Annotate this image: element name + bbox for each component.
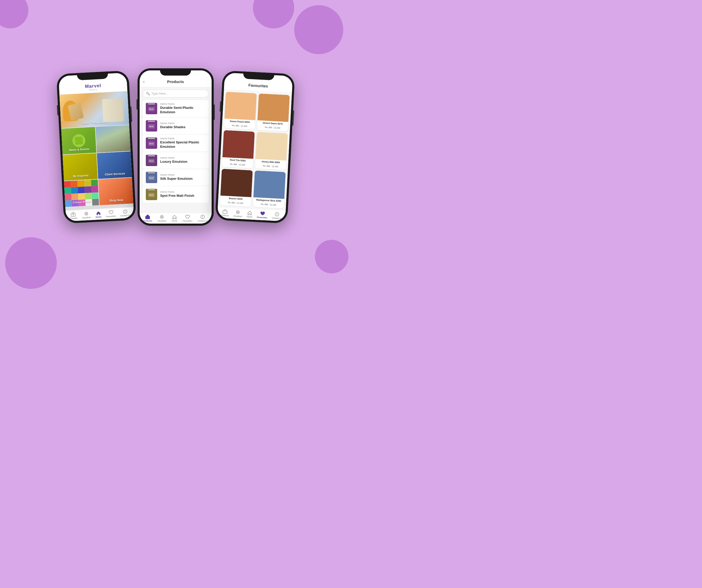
colour-card-1[interactable]: Desert Dawn 8276 Rs: 895 - 12,160: [257, 93, 289, 131]
nav-home-prod[interactable]: Home: [171, 214, 177, 222]
product-info-3: Interior Paints Luxury Emulsion: [160, 157, 206, 164]
colour-info-3: Honey Milk 8269 Rs: 895 - 12,160: [255, 159, 286, 170]
colour-grid: Sweet Peach 8204 Rs: 895 - 12,160 Desert…: [218, 90, 292, 210]
nav-home-home[interactable]: Home: [95, 210, 101, 218]
product-category-4: Interior Paints: [160, 174, 206, 176]
svg-point-11: [237, 211, 238, 213]
grid-colour-picker[interactable]: Colour Picker: [64, 179, 99, 207]
colour-name-2: Roof Tile 8282: [224, 158, 252, 162]
nav-label-home-prod: Home: [171, 220, 177, 222]
product-thumb-4: Marvel: [146, 172, 157, 183]
nav-fav-fav[interactable]: Favourites: [257, 211, 268, 219]
colour-card-2[interactable]: Roof Tile 8282 Rs: 895 - 12,160: [222, 130, 254, 168]
nav-products-fav[interactable]: Products: [220, 209, 229, 217]
colour-swatch-1: [257, 93, 289, 122]
product-category-3: Interior Paints: [160, 157, 206, 159]
product-thumb-1: Marvel: [146, 120, 157, 132]
colour-swatch-5: [253, 170, 285, 199]
nav-label-fav-prod: Favourites: [183, 220, 192, 222]
grid-events-img[interactable]: [95, 125, 130, 153]
product-item-4[interactable]: Marvel Interior Paints Silk Super Emulsi…: [143, 169, 209, 186]
nav-label-products-fav: Products: [220, 214, 229, 217]
grid-shop-now[interactable]: Shop Now: [98, 178, 133, 205]
product-info-5: Interior Paints Spot Free Matt Finish: [160, 190, 206, 198]
product-category-1: Interior Paints: [160, 122, 206, 125]
nav-contact-prod[interactable]: Contact Us: [198, 214, 208, 222]
product-info-1: Interior Paints Durable Shades: [160, 122, 206, 130]
colour-card-0[interactable]: Sweet Peach 8204 Rs: 895 - 12,160: [224, 92, 256, 130]
colour-card-5[interactable]: Madagascar Blue 8280 Rs: 895 - 12,160: [253, 170, 285, 208]
nav-label-viz-fav: Visualizer: [233, 215, 242, 218]
grid-colour-viz[interactable]: Colour Visualization: [60, 91, 129, 128]
svg-point-10: [236, 211, 239, 214]
favourites-icon-home: [108, 210, 114, 215]
colour-info-4: Beaver 8245 Rs: 895 - 12,160: [220, 195, 251, 206]
colour-name-5: Madagascar Blue 8280: [255, 198, 282, 202]
home-icon-fav: [247, 210, 253, 215]
svg-point-2: [85, 212, 88, 215]
fav-title: Favourites: [248, 83, 268, 88]
product-item-0[interactable]: Marvel Interior Paints Durable Semi-Plas…: [143, 100, 209, 117]
grid-be-inspired[interactable]: Be Inspired: [63, 153, 98, 181]
home-screen: Marvel Paints C: [58, 72, 134, 221]
nav-visualizer-prod[interactable]: Visualizer: [157, 214, 166, 222]
product-item-2[interactable]: Marvel Interior Paints Excellent Special…: [143, 135, 209, 152]
search-bar[interactable]: 🔍 Type Here...: [143, 90, 209, 98]
product-name-1: Durable Shades: [160, 125, 206, 130]
back-button[interactable]: ‹: [143, 79, 145, 84]
colour-name-4: Beaver 8245: [222, 197, 250, 201]
colour-card-4[interactable]: Beaver 8245 Rs: 895 - 12,160: [220, 169, 253, 206]
nav-label-products-prod: Products: [143, 220, 152, 222]
colour-price-4: Rs: 895 - 12,160: [228, 201, 243, 204]
products-title: Products: [167, 80, 184, 84]
product-thumb-2: Marvel: [146, 137, 157, 149]
nav-visualizer-home[interactable]: Visualizer: [82, 211, 91, 219]
fav-icon-prod: [185, 214, 190, 219]
colour-swatch-2: [222, 130, 254, 159]
favourites-screen: Favourites Sweet Peach 8204 Rs: 895 - 12…: [217, 72, 293, 221]
phone-home-inner: Marvel Paints C: [58, 72, 134, 221]
nav-fav-prod[interactable]: Favourites: [183, 214, 192, 222]
product-list: Marvel Interior Paints Durable Semi-Plas…: [140, 100, 212, 213]
product-item-5[interactable]: Marvel Interior Paints Spot Free Matt Fi…: [143, 186, 209, 203]
colour-price-1: Rs: 895 - 12,160: [265, 126, 280, 129]
nav-contact-home[interactable]: Contact Us: [120, 209, 131, 217]
product-item-1[interactable]: Marvel Interior Paints Durable Shades: [143, 118, 209, 134]
nav-home-fav[interactable]: Home: [246, 210, 252, 218]
nav-products-prod[interactable]: Products: [143, 214, 152, 222]
bg-circle-4: [5, 237, 57, 289]
colour-name-1: Desert Dawn 8276: [259, 122, 286, 126]
fav-icon-fav: [259, 211, 265, 216]
products-nav: Products Visualizer: [140, 213, 212, 224]
nav-contact-fav[interactable]: Contact Us: [272, 212, 282, 220]
contact-icon-prod: [200, 214, 206, 219]
svg-point-7: [161, 216, 162, 218]
colour-card-3[interactable]: Honey Milk 8269 Rs: 895 - 12,160: [255, 132, 287, 170]
nav-label-viz-prod: Visualizer: [157, 220, 166, 222]
product-name-4: Silk Super Emulsion: [160, 177, 206, 181]
notch-products: [160, 68, 191, 76]
nav-products-home[interactable]: Products: [69, 212, 78, 220]
nav-favourites-home[interactable]: Favourites: [106, 210, 116, 218]
colour-info-5: Madagascar Blue 8280 Rs: 895 - 12,160: [253, 197, 284, 208]
phone-home: Marvel Paints C: [56, 70, 136, 224]
products-icon-fav: [222, 209, 228, 214]
home-icon-home: [95, 210, 101, 215]
product-thumb-0: Marvel: [146, 103, 157, 114]
nav-label-contact-prod: Contact Us: [198, 220, 208, 222]
nav-viz-fav[interactable]: Visualizer: [233, 210, 242, 218]
phones-container: Marvel Paints C: [60, 68, 291, 226]
grid-client-services[interactable]: Client Services: [97, 151, 132, 179]
nav-label-products-home: Products: [69, 217, 78, 220]
nav-label-visualizer-home: Visualizer: [82, 216, 91, 219]
svg-rect-5: [145, 216, 150, 219]
products-icon-prod: [145, 214, 150, 219]
product-name-0: Durable Semi-Plastic Emulsion: [160, 106, 206, 115]
nav-label-home-home: Home: [96, 215, 101, 218]
product-item-3[interactable]: Marvel Interior Paints Luxury Emulsion: [143, 152, 209, 169]
colour-price-0: Rs: 895 - 12,160: [232, 125, 247, 128]
home-icon-prod: [171, 214, 177, 219]
products-icon-home: [70, 212, 76, 216]
grid-news-events[interactable]: News & Events: [61, 127, 96, 154]
nav-label-contact-fav: Contact Us: [272, 217, 282, 220]
